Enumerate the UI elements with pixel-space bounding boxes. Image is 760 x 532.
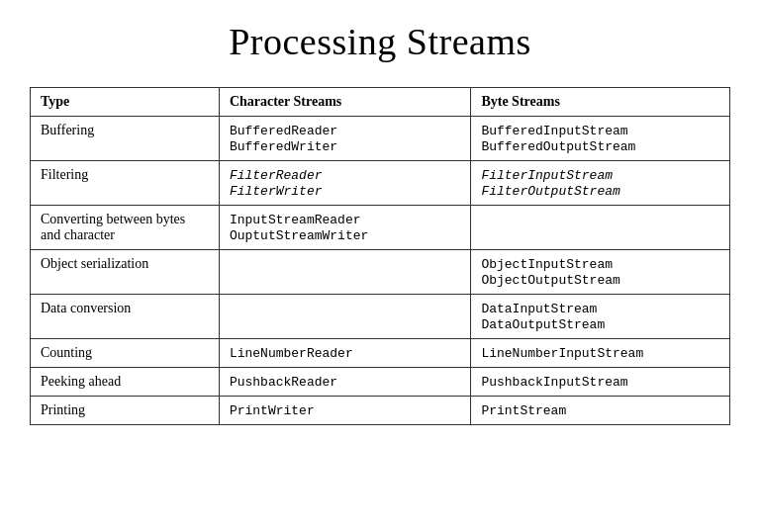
table-row: Peeking aheadPushbackReaderPushbackInput… — [31, 368, 730, 397]
table-row: Object serializationObjectInputStreamObj… — [31, 250, 730, 295]
cell-type: Object serialization — [31, 250, 220, 295]
cell-byte: ObjectInputStreamObjectOutputStream — [471, 250, 730, 295]
streams-table: Type Character Streams Byte Streams Buff… — [30, 87, 730, 425]
cell-type: Buffering — [31, 117, 220, 161]
table-row: CountingLineNumberReaderLineNumberInputS… — [31, 339, 730, 368]
cell-char: PrintWriter — [219, 397, 471, 425]
cell-char: FilterReaderFilterWriter — [219, 161, 471, 206]
header-byte: Byte Streams — [471, 88, 730, 117]
cell-type: Counting — [31, 339, 220, 368]
header-char: Character Streams — [219, 88, 471, 117]
cell-char: InputStreamReaderOuptutStreamWriter — [219, 206, 471, 250]
cell-type: Data conversion — [31, 295, 220, 339]
table-header-row: Type Character Streams Byte Streams — [31, 88, 730, 117]
cell-byte: BufferedInputStreamBufferedOutputStream — [471, 117, 730, 161]
table-row: BufferingBufferedReaderBufferedWriterBuf… — [31, 117, 730, 161]
header-type: Type — [31, 88, 220, 117]
cell-byte: LineNumberInputStream — [471, 339, 730, 368]
table-row: Converting between bytes and characterIn… — [31, 206, 730, 250]
cell-char — [219, 250, 471, 295]
cell-byte: PushbackInputStream — [471, 368, 730, 397]
cell-type: Printing — [31, 397, 220, 425]
cell-char — [219, 295, 471, 339]
cell-byte — [471, 206, 730, 250]
cell-char: PushbackReader — [219, 368, 471, 397]
table-row: FilteringFilterReaderFilterWriterFilterI… — [31, 161, 730, 206]
table-row: PrintingPrintWriterPrintStream — [31, 397, 730, 425]
cell-byte: DataInputStreamDataOutputStream — [471, 295, 730, 339]
page-title: Processing Streams — [30, 20, 730, 63]
cell-type: Filtering — [31, 161, 220, 206]
table-row: Data conversionDataInputStreamDataOutput… — [31, 295, 730, 339]
cell-char: BufferedReaderBufferedWriter — [219, 117, 471, 161]
cell-byte: FilterInputStreamFilterOutputStream — [471, 161, 730, 206]
cell-byte: PrintStream — [471, 397, 730, 425]
cell-type: Peeking ahead — [31, 368, 220, 397]
cell-type: Converting between bytes and character — [31, 206, 220, 250]
cell-char: LineNumberReader — [219, 339, 471, 368]
